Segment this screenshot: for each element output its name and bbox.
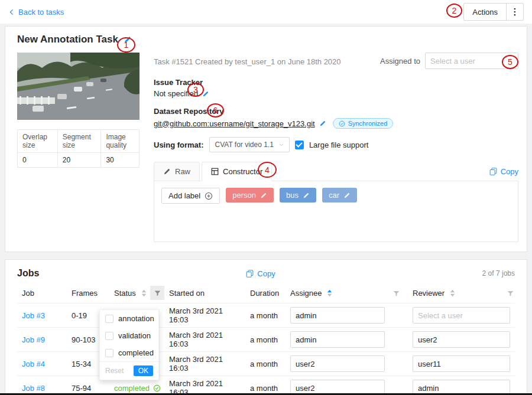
duration-cell: a month	[250, 384, 278, 393]
frames-cell: 15-34	[72, 360, 91, 368]
status-text: completed	[114, 384, 150, 393]
col-header-status: Status	[114, 289, 136, 298]
label-pill-bus-text: bus	[286, 191, 299, 200]
large-file-support-checkbox[interactable]	[295, 141, 304, 149]
chevron-left-icon	[8, 8, 15, 16]
reviewer-select-input[interactable]	[413, 331, 510, 348]
labels-tab-bar: Raw Constructor Copy	[154, 162, 518, 181]
filter-ok-button[interactable]: OK	[134, 365, 153, 376]
frames-cell: 90-103	[72, 335, 95, 344]
label-pill-person-text: person	[232, 191, 256, 200]
filter-option-label: annotation	[118, 314, 154, 323]
copy-icon	[246, 270, 254, 278]
checkbox-unchecked[interactable]	[105, 315, 113, 323]
large-file-support-label: Large file support	[309, 141, 368, 149]
add-label-text: Add label	[168, 191, 200, 200]
format-select[interactable]: CVAT for video 1.1	[209, 137, 290, 152]
started-cell: March 3rd 2021 16:03	[169, 331, 223, 348]
build-icon	[211, 168, 219, 175]
status-badge: completed	[114, 384, 161, 393]
checkbox-unchecked[interactable]	[105, 349, 113, 357]
chevron-down-icon	[278, 142, 284, 148]
reviewer-sorter[interactable]	[450, 289, 455, 297]
filter-option-label: validation	[118, 331, 151, 340]
reviewer-select-input[interactable]	[413, 307, 510, 324]
annotation-circle-2: 2	[446, 4, 462, 18]
actions-label: Actions	[464, 8, 506, 17]
job-link[interactable]: Job #8	[22, 384, 45, 393]
copy-labels-button[interactable]: Copy	[489, 167, 518, 181]
tab-raw-label: Raw	[175, 167, 190, 176]
filter-option-annotation[interactable]: annotation	[100, 310, 158, 327]
edit-repository-icon[interactable]	[319, 120, 326, 127]
add-label-button[interactable]: Add label	[161, 188, 220, 204]
col-header-duration: Duration	[250, 289, 279, 298]
job-link[interactable]: Job #3	[22, 311, 45, 320]
synchronized-label: Synchronized	[348, 120, 388, 127]
annotation-circle-6: 6	[207, 103, 224, 117]
copy-label: Copy	[257, 269, 275, 278]
labels-constructor-panel: Add label person bus	[154, 181, 518, 242]
pencil-icon	[163, 168, 171, 175]
reviewer-filter-button[interactable]	[507, 290, 514, 296]
status-filter-button[interactable]	[150, 286, 164, 300]
copy-jobs-button[interactable]: Copy	[246, 269, 275, 278]
status-filter-dropdown: annotation validation completed Reset OK	[99, 309, 159, 380]
assignee-select-input[interactable]	[290, 331, 385, 348]
started-cell: March 3rd 2021 16:03	[169, 379, 223, 395]
task-meta-text: Task #1521 Created by test_user_1 on Jun…	[154, 53, 341, 66]
back-to-tasks-link[interactable]: Back to tasks	[8, 8, 64, 17]
col-header-started: Started on	[169, 289, 205, 298]
assignee-select-input[interactable]	[290, 307, 385, 324]
jobs-title: Jobs	[17, 268, 39, 279]
annotation-circle-1: 1	[117, 37, 135, 53]
param-header-segment: Segment size	[57, 130, 101, 153]
param-value-segment: 20	[57, 153, 101, 168]
annotation-circle-5: 5	[502, 55, 518, 69]
started-cell: March 3rd 2021 16:03	[169, 355, 223, 373]
label-pill-car-text: car	[329, 191, 339, 200]
jobs-card: Jobs Copy 2 of 7 jobs Job Frames Status	[5, 259, 527, 395]
label-pill-car[interactable]: car	[322, 188, 357, 203]
assignee-sorter[interactable]	[327, 289, 332, 297]
table-row: Job #3 0-19 March 3rd 2021 16:03 a month	[17, 303, 515, 328]
status-sorter[interactable]	[141, 289, 147, 297]
check-circle-icon	[153, 384, 161, 392]
copy-label: Copy	[501, 167, 518, 176]
col-header-assignee: Assignee	[290, 289, 322, 298]
plus-circle-icon	[205, 192, 213, 200]
filter-reset-button[interactable]: Reset	[105, 367, 124, 375]
tab-raw[interactable]: Raw	[154, 162, 200, 181]
job-link[interactable]: Job #4	[22, 360, 45, 368]
filter-option-label: completed	[118, 348, 154, 357]
reviewer-select-input[interactable]	[413, 355, 510, 372]
label-pill-person[interactable]: person	[226, 188, 274, 203]
param-value-quality: 30	[101, 153, 140, 168]
issue-tracker-label: Issue Tracker	[154, 78, 518, 87]
assigned-to-label: Assigned to	[380, 57, 420, 66]
edit-label-icon[interactable]	[260, 192, 267, 199]
frames-cell: 75-94	[72, 384, 91, 393]
param-header-quality: Image quality	[101, 130, 140, 153]
annotation-circle-3: 3	[187, 83, 204, 97]
frames-cell: 0-19	[72, 311, 87, 320]
more-options-icon[interactable]: ⋮	[507, 6, 523, 17]
actions-button[interactable]: Actions ⋮	[463, 3, 524, 21]
duration-cell: a month	[250, 311, 278, 320]
col-header-reviewer: Reviewer	[413, 289, 445, 298]
job-link[interactable]: Job #9	[22, 335, 45, 344]
dataset-repository-url[interactable]: git@github.com:username/git_storage_v123…	[154, 119, 315, 128]
table-row: Job #4 15-34 March 3rd 2021 16:03 a mont…	[17, 352, 515, 376]
col-header-job: Job	[22, 289, 34, 298]
filter-option-completed[interactable]: completed	[100, 344, 158, 361]
assignee-filter-button[interactable]	[393, 290, 400, 296]
label-pill-bus[interactable]: bus	[280, 188, 316, 203]
edit-label-icon[interactable]	[303, 192, 310, 199]
edit-label-icon[interactable]	[343, 192, 351, 199]
format-select-value: CVAT for video 1.1	[215, 141, 274, 149]
task-preview-image	[17, 53, 140, 120]
assignee-select-input[interactable]	[290, 355, 385, 372]
checkbox-unchecked[interactable]	[105, 332, 113, 340]
param-header-overlap: Overlap size	[18, 130, 58, 153]
filter-option-validation[interactable]: validation	[100, 327, 158, 344]
